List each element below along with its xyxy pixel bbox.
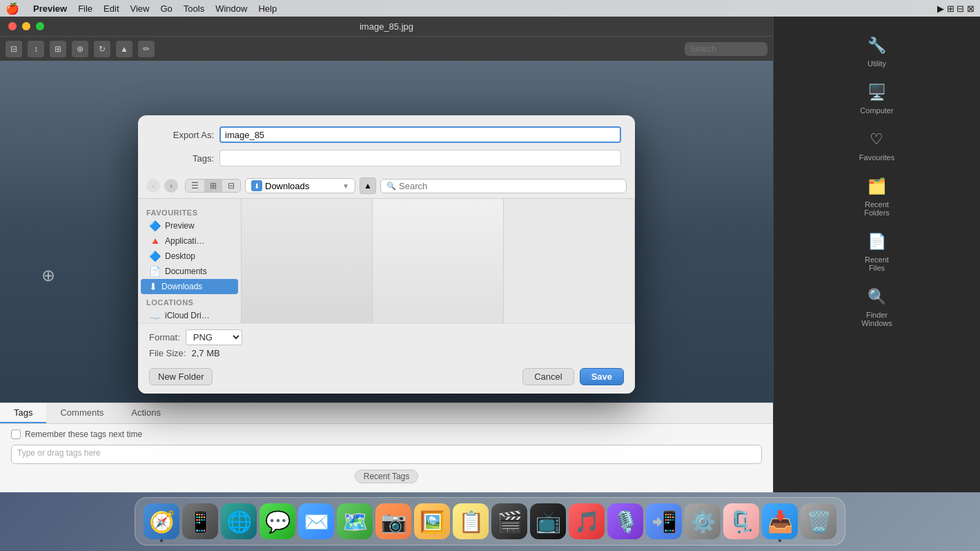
forward-button[interactable]: › <box>164 179 178 193</box>
heart-icon: ♡ <box>865 128 888 151</box>
dock-archive[interactable]: 🗜️ <box>723 503 759 539</box>
dialog-top: Export As: Tags: <box>138 115 635 166</box>
sidebar-preview-label: Preview <box>165 221 195 231</box>
btn-group: Cancel Save <box>522 368 624 385</box>
sidebar-item-desktop[interactable]: 🔷 Desktop <box>141 249 238 264</box>
dock-active-indicator <box>160 539 163 542</box>
save-button[interactable]: Save <box>580 368 624 385</box>
dock-systempreferences[interactable]: ⚙️ <box>685 503 721 539</box>
location-label: Downloads <box>265 181 309 191</box>
finder-windows-label: FinderWindows <box>861 311 892 327</box>
panel-finder-windows[interactable]: 🔍 FinderWindows <box>854 282 899 331</box>
sidebar-icloud-label: iCloud Dri… <box>165 311 210 320</box>
sidebar-item-preview[interactable]: 🔷 Preview <box>141 218 238 233</box>
menu-preview[interactable]: Preview <box>33 3 67 14</box>
sidebar-item-applications[interactable]: 🔺 Applicati… <box>141 233 238 249</box>
dock-maps[interactable]: 🗺️ <box>337 503 373 539</box>
menu-file[interactable]: File <box>78 3 92 14</box>
back-button[interactable]: ‹ <box>146 179 160 193</box>
format-select[interactable]: PNG JPEG TIFF PDF <box>186 329 242 345</box>
apple-menu-icon[interactable]: 🍎 <box>6 2 19 15</box>
desktop-icon: 🔷 <box>149 251 161 262</box>
view-selector: ☰ ⊞ ⊟ <box>185 179 241 193</box>
dock-mail[interactable]: ✉️ <box>298 503 334 539</box>
applications-icon: 🔺 <box>149 235 161 246</box>
dock: 🧭 📱 🌐 💬 ✉️ 🗺️ 📷 🖼️ 📋 🎬 📺 🎵 🎙️ 📲 ⚙️ 🗜️ 📥 … <box>135 497 845 545</box>
documents-icon: 📄 <box>149 266 161 277</box>
menu-window[interactable]: Window <box>215 3 247 14</box>
chevron-down-icon: ▼ <box>342 182 349 190</box>
sidebar-item-documents[interactable]: 📄 Documents <box>141 264 238 279</box>
dock-podcasts[interactable]: 🎙️ <box>607 503 643 539</box>
dock-downloads[interactable]: 📥 <box>762 503 798 539</box>
filesize-value: 2,7 MB <box>191 348 219 358</box>
save-dialog: Export As: Tags: ‹ › ☰ ⊞ ⊟ ⬇ Downloads ▼… <box>138 115 635 394</box>
search-icon: 🔍 <box>386 182 396 191</box>
panel-utility[interactable]: 🔧 Utility <box>859 30 895 72</box>
sidebar-item-downloads[interactable]: ⬇ Downloads <box>141 279 238 294</box>
menu-edit[interactable]: Edit <box>104 3 119 14</box>
menu-go[interactable]: Go <box>160 3 172 14</box>
sidebar-applications-label: Applicati… <box>165 236 204 246</box>
menubar-right: ▶ ⊞ ⊟ ⊠ <box>937 3 974 14</box>
new-folder-button[interactable]: New Folder <box>149 368 213 385</box>
search-input[interactable] <box>399 181 620 191</box>
dock-notes[interactable]: 📋 <box>453 503 489 539</box>
file-area <box>242 199 635 323</box>
downloads-icon: ⬇ <box>149 281 157 292</box>
dock-photos[interactable]: 📷 <box>375 503 411 539</box>
tags-row: Tags: <box>152 150 621 166</box>
dock-preview[interactable]: 🖼️ <box>414 503 450 539</box>
utility-icon: 🔧 <box>866 35 888 57</box>
folder-clock-icon: 🗂️ <box>866 175 888 197</box>
format-label: Format: <box>149 332 180 342</box>
expand-dialog-btn[interactable]: ▲ <box>360 177 376 194</box>
menu-help[interactable]: Help <box>258 3 277 14</box>
dock-safari[interactable]: 🌐 <box>221 503 257 539</box>
filesize-row: File Size: 2,7 MB <box>149 348 624 358</box>
dock-finder[interactable]: 🧭 <box>144 503 179 539</box>
cancel-button[interactable]: Cancel <box>522 368 574 385</box>
tags-input[interactable] <box>219 150 621 166</box>
panel-recent-folders[interactable]: 🗂️ RecentFolders <box>857 171 896 221</box>
export-as-input[interactable] <box>219 126 621 143</box>
list-view-btn[interactable]: ☰ <box>186 180 204 192</box>
menu-tools[interactable]: Tools <box>184 3 204 14</box>
file-columns <box>242 199 635 323</box>
finder-windows-icon: 🔍 <box>866 286 888 308</box>
export-as-label: Export As: <box>152 130 214 140</box>
dock-imovie[interactable]: 🎬 <box>491 503 527 539</box>
recent-folders-label: RecentFolders <box>864 200 890 217</box>
preview-icon: 🔷 <box>149 220 161 231</box>
dock-appstore[interactable]: 📲 <box>646 503 682 539</box>
search-box: 🔍 <box>380 179 627 193</box>
sidebar-documents-label: Documents <box>165 267 207 276</box>
dock-trash[interactable]: 🗑️ <box>801 503 836 539</box>
dock-music[interactable]: 🎵 <box>569 503 605 539</box>
filesize-label: File Size: <box>149 348 186 358</box>
dock-messages[interactable]: 💬 <box>259 503 295 539</box>
dock-downloads-indicator <box>778 539 781 542</box>
browser-body: Favourites 🔷 Preview 🔺 Applicati… 🔷 Desk… <box>138 199 635 323</box>
dialog-buttons: New Folder Cancel Save <box>138 362 635 394</box>
column-view-btn[interactable]: ⊟ <box>222 180 240 192</box>
location-dropdown[interactable]: ⬇ Downloads ▼ <box>245 178 355 193</box>
computer-label: Computer <box>860 106 893 115</box>
grid-view-btn[interactable]: ⊞ <box>204 180 222 192</box>
dock-appletv[interactable]: 📺 <box>530 503 566 539</box>
menubar-status-icons: ▶ ⊞ ⊟ ⊠ <box>937 3 974 14</box>
favourites-section-label: Favourites <box>138 204 241 218</box>
panel-favourites[interactable]: ♡ Favourites <box>852 124 901 166</box>
panel-recent-files[interactable]: 📄 RecentFiles <box>858 226 896 276</box>
sidebar-item-icloud[interactable]: ☁️ iCloud Dri… <box>141 308 238 323</box>
right-panel: 🔧 Utility 🖥️ Computer ♡ Favourites 🗂️ Re… <box>773 17 980 492</box>
panel-computer[interactable]: 🖥️ Computer <box>853 77 900 119</box>
menu-view[interactable]: View <box>130 3 150 14</box>
format-area: Format: PNG JPEG TIFF PDF File Size: 2,7… <box>138 323 635 362</box>
file-column-2 <box>373 199 504 323</box>
browser-toolbar: ‹ › ☰ ⊞ ⊟ ⬇ Downloads ▼ ▲ 🔍 <box>138 173 635 199</box>
icloud-icon: ☁️ <box>149 310 161 321</box>
format-row: Format: PNG JPEG TIFF PDF <box>149 329 624 345</box>
export-as-row: Export As: <box>152 126 621 143</box>
dock-launchpad[interactable]: 📱 <box>182 503 218 539</box>
